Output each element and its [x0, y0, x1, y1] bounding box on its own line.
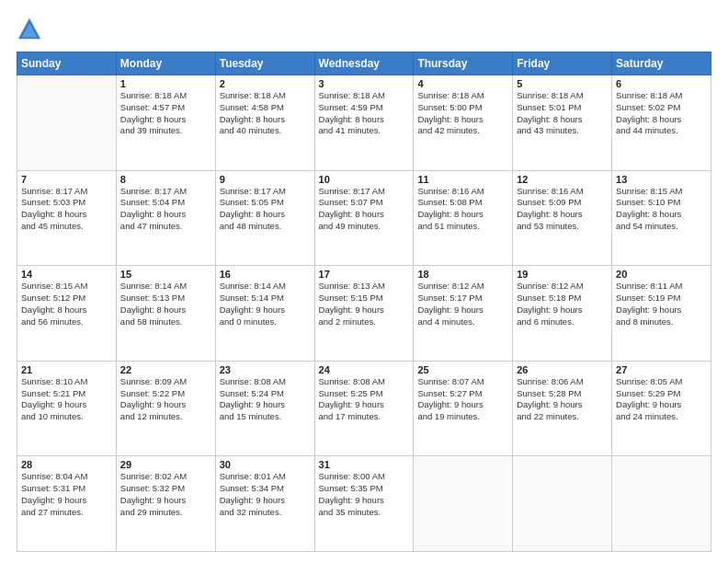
day-number: 16	[220, 269, 311, 280]
daylight-text-1: Daylight: 8 hours	[120, 209, 211, 221]
daylight-text-2: and 51 minutes.	[417, 221, 508, 233]
sunset-text: Sunset: 5:05 PM	[220, 197, 311, 209]
day-number: 7	[21, 174, 112, 185]
sunrise-text: Sunrise: 8:02 AM	[120, 471, 211, 483]
daylight-text-1: Daylight: 8 hours	[616, 209, 707, 221]
day-number: 18	[417, 269, 508, 280]
sunset-text: Sunset: 4:59 PM	[319, 102, 410, 114]
daylight-text-2: and 10 minutes.	[21, 411, 112, 423]
daylight-text-2: and 56 minutes.	[21, 316, 112, 328]
calendar-cell: 8 Sunrise: 8:17 AM Sunset: 5:04 PM Dayli…	[116, 170, 215, 266]
sunset-text: Sunset: 5:08 PM	[417, 197, 508, 209]
sunrise-text: Sunrise: 8:06 AM	[517, 376, 608, 388]
sunrise-text: Sunrise: 8:05 AM	[616, 376, 707, 388]
day-number: 10	[319, 174, 410, 185]
calendar-cell: 15 Sunrise: 8:14 AM Sunset: 5:13 PM Dayl…	[116, 266, 215, 362]
daylight-text-2: and 12 minutes.	[120, 411, 211, 423]
sunset-text: Sunset: 5:01 PM	[517, 102, 608, 114]
daylight-text-2: and 35 minutes.	[319, 507, 410, 519]
sunset-text: Sunset: 5:03 PM	[21, 197, 112, 209]
daylight-text-2: and 19 minutes.	[417, 411, 508, 423]
sunset-text: Sunset: 5:07 PM	[319, 197, 410, 209]
calendar-cell: 20 Sunrise: 8:11 AM Sunset: 5:19 PM Dayl…	[612, 266, 711, 362]
day-number: 23	[220, 364, 311, 375]
daylight-text-1: Daylight: 9 hours	[120, 399, 211, 411]
daylight-text-1: Daylight: 9 hours	[21, 495, 112, 507]
day-number: 24	[319, 364, 410, 375]
calendar-header-sunday: Sunday	[17, 52, 117, 75]
sunset-text: Sunset: 5:24 PM	[220, 388, 311, 400]
day-number: 13	[616, 174, 707, 185]
day-number: 19	[517, 269, 608, 280]
sunrise-text: Sunrise: 8:18 AM	[616, 90, 707, 102]
daylight-text-1: Daylight: 9 hours	[417, 304, 508, 316]
calendar-cell: 16 Sunrise: 8:14 AM Sunset: 5:14 PM Dayl…	[215, 266, 314, 362]
sunset-text: Sunset: 5:29 PM	[616, 388, 707, 400]
sunrise-text: Sunrise: 8:18 AM	[120, 90, 211, 102]
daylight-text-2: and 44 minutes.	[616, 125, 707, 137]
sunset-text: Sunset: 4:58 PM	[220, 102, 311, 114]
calendar-cell: 6 Sunrise: 8:18 AM Sunset: 5:02 PM Dayli…	[612, 75, 711, 171]
daylight-text-2: and 22 minutes.	[517, 411, 608, 423]
calendar-cell: 21 Sunrise: 8:10 AM Sunset: 5:21 PM Dayl…	[17, 361, 117, 456]
daylight-text-2: and 15 minutes.	[220, 411, 311, 423]
daylight-text-1: Daylight: 9 hours	[517, 304, 608, 316]
daylight-text-1: Daylight: 8 hours	[21, 304, 112, 316]
day-number: 3	[319, 78, 410, 89]
sunrise-text: Sunrise: 8:08 AM	[220, 376, 311, 388]
calendar-cell: 29 Sunrise: 8:02 AM Sunset: 5:32 PM Dayl…	[116, 456, 215, 552]
calendar-cell: 31 Sunrise: 8:00 AM Sunset: 5:35 PM Dayl…	[314, 456, 414, 552]
daylight-text-1: Daylight: 8 hours	[220, 114, 311, 126]
sunset-text: Sunset: 5:35 PM	[319, 483, 410, 495]
sunset-text: Sunset: 5:14 PM	[220, 293, 311, 304]
daylight-text-2: and 24 minutes.	[616, 411, 707, 423]
daylight-text-1: Daylight: 9 hours	[319, 495, 410, 507]
logo-icon	[17, 17, 42, 42]
daylight-text-2: and 54 minutes.	[616, 221, 707, 233]
daylight-text-1: Daylight: 8 hours	[517, 114, 608, 126]
sunrise-text: Sunrise: 8:17 AM	[319, 186, 410, 198]
daylight-text-1: Daylight: 9 hours	[417, 399, 508, 411]
sunrise-text: Sunrise: 8:12 AM	[517, 281, 608, 293]
calendar-cell: 18 Sunrise: 8:12 AM Sunset: 5:17 PM Dayl…	[414, 266, 513, 362]
calendar-cell	[17, 75, 117, 171]
day-number: 28	[21, 459, 112, 470]
sunrise-text: Sunrise: 8:12 AM	[417, 281, 508, 293]
sunrise-text: Sunrise: 8:14 AM	[220, 281, 311, 293]
day-number: 6	[616, 78, 707, 89]
sunrise-text: Sunrise: 8:17 AM	[220, 186, 311, 198]
sunset-text: Sunset: 5:10 PM	[616, 197, 707, 209]
sunrise-text: Sunrise: 8:16 AM	[417, 186, 508, 198]
sunrise-text: Sunrise: 8:14 AM	[120, 281, 211, 293]
daylight-text-1: Daylight: 9 hours	[220, 304, 311, 316]
daylight-text-2: and 8 minutes.	[616, 316, 707, 328]
calendar-cell: 26 Sunrise: 8:06 AM Sunset: 5:28 PM Dayl…	[513, 361, 612, 456]
calendar-cell: 19 Sunrise: 8:12 AM Sunset: 5:18 PM Dayl…	[513, 266, 612, 362]
calendar-cell: 1 Sunrise: 8:18 AM Sunset: 4:57 PM Dayli…	[116, 75, 215, 171]
sunset-text: Sunset: 5:00 PM	[417, 102, 508, 114]
sunrise-text: Sunrise: 8:16 AM	[517, 186, 608, 198]
sunset-text: Sunset: 5:09 PM	[517, 197, 608, 209]
sunset-text: Sunset: 5:34 PM	[220, 483, 311, 495]
calendar-cell: 27 Sunrise: 8:05 AM Sunset: 5:29 PM Dayl…	[612, 361, 711, 456]
calendar-cell: 25 Sunrise: 8:07 AM Sunset: 5:27 PM Dayl…	[414, 361, 513, 456]
calendar-cell: 14 Sunrise: 8:15 AM Sunset: 5:12 PM Dayl…	[17, 266, 117, 362]
calendar-cell: 28 Sunrise: 8:04 AM Sunset: 5:31 PM Dayl…	[17, 456, 117, 552]
calendar-cell: 22 Sunrise: 8:09 AM Sunset: 5:22 PM Dayl…	[116, 361, 215, 456]
sunrise-text: Sunrise: 8:17 AM	[120, 186, 211, 198]
sunrise-text: Sunrise: 8:13 AM	[319, 281, 410, 293]
daylight-text-2: and 45 minutes.	[21, 221, 112, 233]
day-number: 11	[417, 174, 508, 185]
page: SundayMondayTuesdayWednesdayThursdayFrid…	[0, 0, 728, 563]
daylight-text-1: Daylight: 9 hours	[21, 399, 112, 411]
daylight-text-2: and 0 minutes.	[220, 316, 311, 328]
sunset-text: Sunset: 5:12 PM	[21, 293, 112, 304]
sunrise-text: Sunrise: 8:15 AM	[21, 281, 112, 293]
sunset-text: Sunset: 5:13 PM	[120, 293, 211, 304]
daylight-text-1: Daylight: 9 hours	[616, 399, 707, 411]
daylight-text-2: and 58 minutes.	[120, 316, 211, 328]
day-number: 17	[319, 269, 410, 280]
calendar-table: SundayMondayTuesdayWednesdayThursdayFrid…	[17, 52, 711, 552]
calendar-cell	[612, 456, 711, 552]
sunrise-text: Sunrise: 8:00 AM	[319, 471, 410, 483]
